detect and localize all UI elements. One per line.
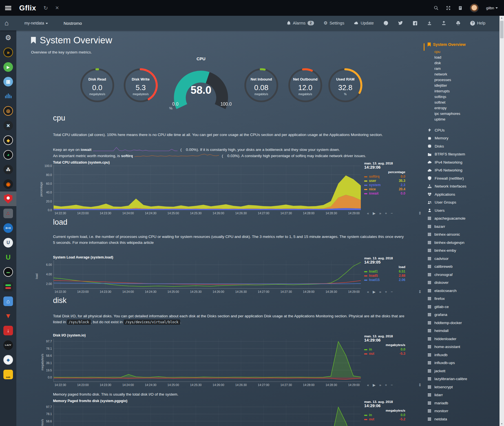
app-youtubedl-icon[interactable]: ↓ <box>0 323 16 338</box>
app-jackett-icon[interactable] <box>0 191 16 206</box>
app-network-nodes-icon[interactable]: ⁂ <box>0 162 16 177</box>
zoom-in-button[interactable]: + <box>385 211 387 215</box>
app-emby-icon[interactable]: ▶ <box>0 60 16 74</box>
load-chart-plot[interactable] <box>54 260 361 290</box>
help-button[interactable]: ?Help <box>470 21 485 26</box>
sidebar-item-processes[interactable]: processes <box>434 77 460 83</box>
zoom-out-button[interactable]: − <box>391 290 393 294</box>
sidebar-item-entropy[interactable]: entropy <box>434 105 460 111</box>
user-menu[interactable]: gilbn <box>486 6 498 10</box>
sidebar-item-cpu[interactable]: cpu <box>434 49 460 55</box>
sidebar-item-softnet[interactable]: softnet <box>434 100 460 105</box>
server-dropdown[interactable]: my-netdata <box>25 21 48 25</box>
sidebar-item-interrupts[interactable]: interrupts <box>434 88 460 94</box>
sidebar-app-elasticsearch[interactable]: elasticsearch <box>428 287 498 295</box>
sidebar-app-monitorr[interactable]: monitorr <box>428 407 498 415</box>
legend-load15[interactable]: load152.06 <box>364 278 405 282</box>
app-unifi-icon[interactable]: U <box>0 235 16 250</box>
sidebar-section-users[interactable]: Users <box>428 206 498 215</box>
sidebar-section-btrfs-filesystem[interactable]: BTRFS filesystem <box>428 150 498 159</box>
cpu-chart-plot[interactable] <box>54 165 361 211</box>
pan-left-button[interactable]: « <box>367 211 369 215</box>
sidebar-app-binhex-airsonic[interactable]: binhex-airsonic <box>428 231 498 239</box>
print-icon[interactable] <box>456 21 461 26</box>
sidebar-app-binhex-emby[interactable]: binhex-emby <box>428 247 498 255</box>
sidebar-item-idlejitter[interactable]: idlejitter <box>434 83 460 88</box>
sidebar-app-binhex-delugevpn[interactable]: binhex-delugevpn <box>428 238 498 247</box>
sidebar-app-letsencrypt[interactable]: letsencrypt <box>428 383 498 391</box>
page-scrollbar[interactable]: ▲ ▼ <box>499 16 504 426</box>
sidebar-app-heimdall[interactable]: heimdall <box>428 327 498 335</box>
hostname[interactable]: Nostromo <box>64 21 82 26</box>
legend-load1[interactable]: load16.51 <box>364 269 405 274</box>
sidebar-app-lidarr[interactable]: lidarr <box>428 391 498 399</box>
settings-button[interactable]: ⚙Settings <box>324 21 344 25</box>
app-monitorr-icon[interactable] <box>0 279 16 294</box>
sidebar-item-disk[interactable]: disk <box>434 60 460 66</box>
app-cadvisor-icon[interactable]: × <box>0 118 16 133</box>
home-icon[interactable]: ⌂ <box>5 20 9 26</box>
sidebar-app-influxdb-ups[interactable]: influxdb-ups <box>428 359 498 367</box>
legend-in[interactable]: in0.0 <box>364 413 405 417</box>
github-icon[interactable] <box>383 21 388 26</box>
legend-load5[interactable]: load52.68 <box>364 274 405 278</box>
zoom-in-button[interactable]: + <box>385 383 387 387</box>
app-diskover-icon[interactable]: ◎ <box>0 104 16 118</box>
facebook-icon[interactable] <box>413 21 417 26</box>
scroll-up-arrow[interactable]: ▲ <box>499 16 504 20</box>
legend-user[interactable]: user35.3 <box>364 179 405 183</box>
chart-resize-handle[interactable]: ⇕ <box>418 211 422 215</box>
sidebar-app-jackett[interactable]: jackett <box>428 367 498 375</box>
pan-right-button[interactable]: » <box>379 383 381 387</box>
sidebar-app-calibreweb[interactable]: calibreweb <box>428 263 498 271</box>
sidebar-item-uptime[interactable]: uptime <box>434 117 460 122</box>
sidebar-app-influxdb[interactable]: influxdb <box>428 351 498 359</box>
app-guacamole-icon[interactable]: ▥ <box>0 74 16 89</box>
sidebar-section-network-interfaces[interactable]: Network Interfaces <box>428 182 498 191</box>
legend-system[interactable]: system2.3 <box>364 183 405 187</box>
sidebar-app-netdata[interactable]: netdata <box>428 415 498 423</box>
refresh-tab-icon[interactable]: ↻ <box>43 5 48 11</box>
sidebar-section-title[interactable]: System Overview <box>428 42 466 47</box>
sidebar-app-home-assistant[interactable]: home-assistant <box>428 343 498 351</box>
app-nextcloud-icon[interactable]: o∘o <box>0 221 16 235</box>
app-home-assistant-icon[interactable]: ⌂ <box>0 294 16 309</box>
sidebar-app-grafana[interactable]: grafana <box>428 311 498 319</box>
legend-out[interactable]: out-5.2 <box>364 417 405 421</box>
app-plex-icon[interactable]: » <box>0 45 16 60</box>
update-button[interactable]: Update <box>354 21 374 25</box>
reader-icon[interactable] <box>458 6 463 10</box>
close-tab-icon[interactable]: × <box>55 5 59 11</box>
sidebar-section-memory[interactable]: Memory <box>428 134 498 142</box>
app-berries-icon[interactable]: ∴ <box>0 206 16 221</box>
sidebar-item-ipc-semaphores[interactable]: ipc semaphores <box>434 111 460 117</box>
legend-softirq[interactable]: softirq0.0 <box>364 175 405 179</box>
hamburger-menu-icon[interactable] <box>5 6 11 10</box>
app-grafana-icon[interactable]: ◉ <box>0 177 16 191</box>
app-letsencrypt-icon[interactable]: ▬ <box>0 265 16 279</box>
search-icon[interactable] <box>434 6 439 10</box>
app-unraid-icon[interactable]: U <box>0 250 16 265</box>
sidebar-app-chronograf[interactable]: chronograf <box>428 271 498 279</box>
legend-in[interactable]: in0.0 <box>364 347 405 352</box>
legend-nice[interactable]: nice20.4 <box>364 187 405 191</box>
legend-iowait[interactable]: iowait0.0 <box>364 191 405 196</box>
sidebar-item-load[interactable]: load <box>434 55 460 60</box>
sidebar-item-ram[interactable]: ram <box>434 66 460 72</box>
fullscreen-icon[interactable] <box>446 6 451 10</box>
pan-left-button[interactable]: « <box>367 290 369 294</box>
sidebar-section-ipv6-networking[interactable]: IPv6 Networking <box>428 166 498 175</box>
zoom-out-button[interactable]: − <box>391 383 393 387</box>
mem-chart-plot[interactable] <box>54 405 361 426</box>
sidebar-app-bazarr[interactable]: bazarr <box>428 222 498 231</box>
sidebar-app-apacheguacamole[interactable]: apacheguacamole <box>428 215 498 223</box>
disk-chart-plot[interactable] <box>54 339 361 383</box>
zoom-out-button[interactable]: − <box>391 211 393 215</box>
sidebar-item-network[interactable]: network <box>434 72 460 77</box>
legend-out[interactable]: out-5.3 <box>364 352 405 356</box>
app-lazylibrarian-icon[interactable]: LAZY <box>0 338 16 353</box>
app-airsonic-icon[interactable] <box>0 89 16 104</box>
app-gitlab-icon[interactable]: ▼ <box>0 309 16 323</box>
user-avatar[interactable] <box>470 4 479 12</box>
sidebar-app-cadvisor[interactable]: cadvisor <box>428 255 498 263</box>
